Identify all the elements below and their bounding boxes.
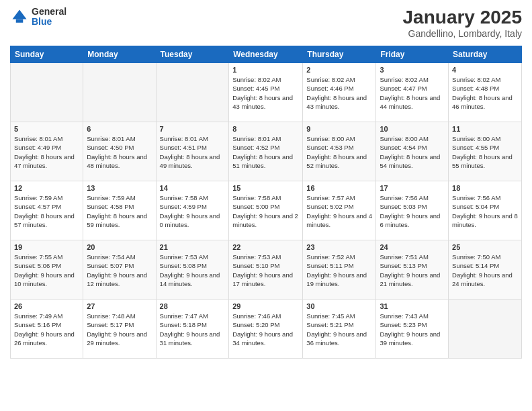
logo-blue-text: Blue <box>32 17 66 27</box>
day-number: 5 <box>14 125 79 133</box>
calendar-table: Sunday Monday Tuesday Wednesday Thursday… <box>10 46 522 359</box>
logo-general-text: General <box>32 7 66 17</box>
day-number: 22 <box>232 243 299 251</box>
day-number: 11 <box>452 125 518 133</box>
day-info: Sunrise: 7:53 AM Sunset: 5:10 PM Dayligh… <box>232 253 299 288</box>
month-title: January 2025 <box>403 7 522 28</box>
day-info: Sunrise: 8:01 AM Sunset: 4:51 PM Dayligh… <box>160 134 226 170</box>
day-number: 10 <box>380 125 445 133</box>
day-number: 26 <box>14 302 79 310</box>
logo-icon <box>10 7 29 26</box>
table-row: 11Sunrise: 8:00 AM Sunset: 4:55 PM Dayli… <box>449 122 522 181</box>
table-row: 6Sunrise: 8:01 AM Sunset: 4:50 PM Daylig… <box>83 122 156 181</box>
day-number: 29 <box>232 302 299 310</box>
day-number: 24 <box>380 243 445 251</box>
table-row: 24Sunrise: 7:51 AM Sunset: 5:13 PM Dayli… <box>376 240 449 300</box>
day-info: Sunrise: 7:49 AM Sunset: 5:16 PM Dayligh… <box>14 312 79 347</box>
day-info: Sunrise: 7:52 AM Sunset: 5:11 PM Dayligh… <box>306 253 372 288</box>
table-row: 8Sunrise: 8:01 AM Sunset: 4:52 PM Daylig… <box>229 122 303 181</box>
svg-rect-1 <box>16 19 24 23</box>
day-info: Sunrise: 8:02 AM Sunset: 4:48 PM Dayligh… <box>452 75 518 111</box>
logo: General Blue <box>10 7 66 28</box>
table-row: 14Sunrise: 7:58 AM Sunset: 4:59 PM Dayli… <box>156 181 229 240</box>
day-info: Sunrise: 7:46 AM Sunset: 5:20 PM Dayligh… <box>232 312 299 347</box>
table-row: 7Sunrise: 8:01 AM Sunset: 4:51 PM Daylig… <box>156 122 229 181</box>
header: General Blue January 2025 Gandellino, Lo… <box>10 7 522 39</box>
table-row: 20Sunrise: 7:54 AM Sunset: 5:07 PM Dayli… <box>83 240 156 300</box>
day-info: Sunrise: 7:43 AM Sunset: 5:23 PM Dayligh… <box>380 312 445 347</box>
day-number: 14 <box>160 184 226 192</box>
table-row: 12Sunrise: 7:59 AM Sunset: 4:57 PM Dayli… <box>11 181 83 240</box>
table-row <box>83 63 156 122</box>
table-row <box>156 63 229 122</box>
calendar-week-row: 26Sunrise: 7:49 AM Sunset: 5:16 PM Dayli… <box>11 300 522 359</box>
day-number: 1 <box>232 66 299 74</box>
table-row: 13Sunrise: 7:59 AM Sunset: 4:58 PM Dayli… <box>83 181 156 240</box>
day-number: 16 <box>306 184 372 192</box>
day-number: 23 <box>306 243 372 251</box>
day-number: 30 <box>306 302 372 310</box>
table-row: 1Sunrise: 8:02 AM Sunset: 4:45 PM Daylig… <box>229 63 303 122</box>
page: General Blue January 2025 Gandellino, Lo… <box>0 0 532 365</box>
table-row: 22Sunrise: 7:53 AM Sunset: 5:10 PM Dayli… <box>229 240 303 300</box>
day-number: 4 <box>452 66 518 74</box>
col-saturday: Saturday <box>449 46 522 63</box>
day-info: Sunrise: 8:02 AM Sunset: 4:46 PM Dayligh… <box>306 75 372 111</box>
col-wednesday: Wednesday <box>229 46 303 63</box>
day-info: Sunrise: 8:02 AM Sunset: 4:45 PM Dayligh… <box>232 75 299 111</box>
table-row <box>449 300 522 359</box>
day-number: 3 <box>380 66 445 74</box>
day-info: Sunrise: 8:01 AM Sunset: 4:52 PM Dayligh… <box>232 134 299 170</box>
calendar-week-row: 12Sunrise: 7:59 AM Sunset: 4:57 PM Dayli… <box>11 181 522 240</box>
day-number: 6 <box>87 125 152 133</box>
day-info: Sunrise: 8:00 AM Sunset: 4:54 PM Dayligh… <box>380 134 445 170</box>
day-info: Sunrise: 7:51 AM Sunset: 5:13 PM Dayligh… <box>380 253 445 288</box>
table-row: 31Sunrise: 7:43 AM Sunset: 5:23 PM Dayli… <box>376 300 449 359</box>
day-info: Sunrise: 7:55 AM Sunset: 5:06 PM Dayligh… <box>14 253 79 288</box>
day-info: Sunrise: 7:48 AM Sunset: 5:17 PM Dayligh… <box>87 312 152 347</box>
day-info: Sunrise: 8:01 AM Sunset: 4:49 PM Dayligh… <box>14 134 79 170</box>
table-row: 21Sunrise: 7:53 AM Sunset: 5:08 PM Dayli… <box>156 240 229 300</box>
table-row: 10Sunrise: 8:00 AM Sunset: 4:54 PM Dayli… <box>376 122 449 181</box>
day-number: 21 <box>160 243 226 251</box>
day-number: 9 <box>306 125 372 133</box>
table-row: 26Sunrise: 7:49 AM Sunset: 5:16 PM Dayli… <box>11 300 83 359</box>
table-row: 3Sunrise: 8:02 AM Sunset: 4:47 PM Daylig… <box>376 63 449 122</box>
day-info: Sunrise: 7:56 AM Sunset: 5:04 PM Dayligh… <box>452 193 518 229</box>
day-info: Sunrise: 7:53 AM Sunset: 5:08 PM Dayligh… <box>160 253 226 288</box>
day-number: 31 <box>380 302 445 310</box>
title-block: January 2025 Gandellino, Lombardy, Italy <box>403 7 522 39</box>
day-info: Sunrise: 7:59 AM Sunset: 4:57 PM Dayligh… <box>14 193 79 229</box>
calendar-week-row: 5Sunrise: 8:01 AM Sunset: 4:49 PM Daylig… <box>11 122 522 181</box>
col-monday: Monday <box>83 46 156 63</box>
location: Gandellino, Lombardy, Italy <box>403 28 522 39</box>
col-tuesday: Tuesday <box>156 46 229 63</box>
table-row: 18Sunrise: 7:56 AM Sunset: 5:04 PM Dayli… <box>449 181 522 240</box>
col-thursday: Thursday <box>303 46 376 63</box>
col-sunday: Sunday <box>11 46 83 63</box>
table-row: 19Sunrise: 7:55 AM Sunset: 5:06 PM Dayli… <box>11 240 83 300</box>
day-number: 15 <box>232 184 299 192</box>
table-row: 28Sunrise: 7:47 AM Sunset: 5:18 PM Dayli… <box>156 300 229 359</box>
day-number: 25 <box>452 243 518 251</box>
table-row: 4Sunrise: 8:02 AM Sunset: 4:48 PM Daylig… <box>449 63 522 122</box>
day-info: Sunrise: 7:45 AM Sunset: 5:21 PM Dayligh… <box>306 312 372 347</box>
table-row: 2Sunrise: 8:02 AM Sunset: 4:46 PM Daylig… <box>303 63 376 122</box>
calendar-header-row: Sunday Monday Tuesday Wednesday Thursday… <box>11 46 522 63</box>
table-row: 23Sunrise: 7:52 AM Sunset: 5:11 PM Dayli… <box>303 240 376 300</box>
day-info: Sunrise: 8:02 AM Sunset: 4:47 PM Dayligh… <box>380 75 445 111</box>
day-info: Sunrise: 8:01 AM Sunset: 4:50 PM Dayligh… <box>87 134 152 170</box>
day-info: Sunrise: 7:47 AM Sunset: 5:18 PM Dayligh… <box>160 312 226 347</box>
table-row: 30Sunrise: 7:45 AM Sunset: 5:21 PM Dayli… <box>303 300 376 359</box>
calendar-week-row: 1Sunrise: 8:02 AM Sunset: 4:45 PM Daylig… <box>11 63 522 122</box>
day-number: 19 <box>14 243 79 251</box>
day-info: Sunrise: 7:54 AM Sunset: 5:07 PM Dayligh… <box>87 253 152 288</box>
table-row: 25Sunrise: 7:50 AM Sunset: 5:14 PM Dayli… <box>449 240 522 300</box>
table-row: 29Sunrise: 7:46 AM Sunset: 5:20 PM Dayli… <box>229 300 303 359</box>
table-row: 17Sunrise: 7:56 AM Sunset: 5:03 PM Dayli… <box>376 181 449 240</box>
day-number: 27 <box>87 302 152 310</box>
day-number: 2 <box>306 66 372 74</box>
day-number: 12 <box>14 184 79 192</box>
table-row: 16Sunrise: 7:57 AM Sunset: 5:02 PM Dayli… <box>303 181 376 240</box>
day-info: Sunrise: 8:00 AM Sunset: 4:53 PM Dayligh… <box>306 134 372 170</box>
